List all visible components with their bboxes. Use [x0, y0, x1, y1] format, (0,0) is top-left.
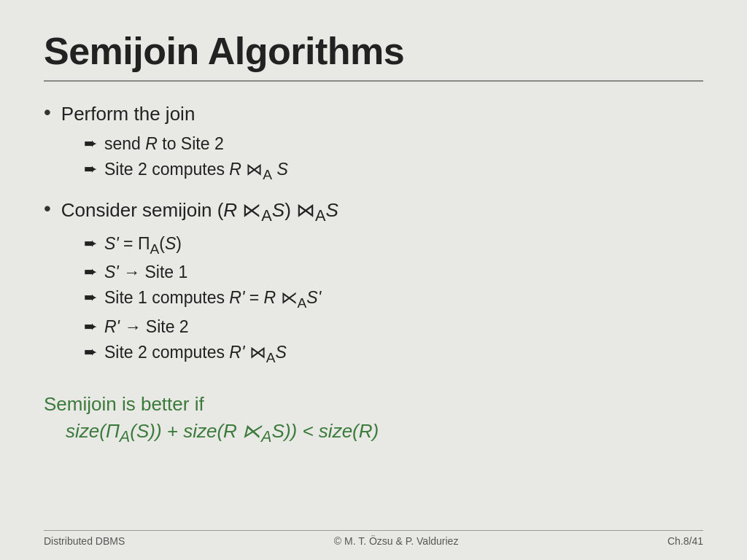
sub-item-2a: ➨ S' = ΠA(S): [84, 233, 703, 258]
footer-right: Ch.8/41: [667, 535, 703, 547]
sub-text-2d: R' → Site 2: [104, 316, 189, 338]
arrow-icon-1b: ➨: [84, 160, 97, 179]
footer-center: © M. T. Özsu & P. Valduriez: [334, 535, 459, 547]
sub-item-2c: ➨ Site 1 computes R' = R ⋉AS': [84, 287, 703, 312]
slide-footer: Distributed DBMS © M. T. Özsu & P. Valdu…: [44, 530, 703, 547]
slide-content: • Perform the join ➨ send R to Site 2 ➨ …: [44, 102, 703, 538]
sub-item-2d: ➨ R' → Site 2: [84, 316, 703, 338]
sub-text-1a: send R to Site 2: [104, 133, 224, 155]
sub-text-1b: Site 2 computes R ⋈A S: [104, 158, 288, 184]
bullet-dot-2: •: [44, 197, 51, 220]
sub-items-2: ➨ S' = ΠA(S) ➨ S' → Site 1 ➨ Site 1 comp…: [84, 233, 703, 368]
arrow-icon-2a: ➨: [84, 234, 97, 253]
arrow-icon-1a: ➨: [84, 134, 97, 153]
sub-text-2c: Site 1 computes R' = R ⋉AS': [104, 287, 321, 312]
bullet-item-2: • Consider semijoin (R ⋉AS) ⋈AS: [44, 198, 703, 226]
title-divider: [44, 80, 703, 82]
sub-text-2a: S' = ΠA(S): [104, 233, 182, 258]
sub-item-2b: ➨ S' → Site 1: [84, 261, 703, 284]
bullet-text-1: Perform the join: [61, 102, 196, 127]
arrow-icon-2d: ➨: [84, 317, 97, 336]
arrow-icon-2e: ➨: [84, 343, 97, 362]
bullet-section-1: • Perform the join ➨ send R to Site 2 ➨ …: [44, 102, 703, 190]
semijoin-better-label: Semijoin is better if: [44, 393, 703, 416]
bullet-item-1: • Perform the join: [44, 102, 703, 127]
sub-item-1b: ➨ Site 2 computes R ⋈A S: [84, 158, 703, 184]
sub-item-1a: ➨ send R to Site 2: [84, 133, 703, 155]
slide-title: Semijoin Algorithms: [44, 29, 703, 73]
slide-container: Semijoin Algorithms • Perform the join ➨…: [0, 0, 747, 560]
sub-items-1: ➨ send R to Site 2 ➨ Site 2 computes R ⋈…: [84, 133, 703, 184]
sub-text-2b: S' → Site 1: [104, 261, 187, 284]
bullet-text-2: Consider semijoin (R ⋉AS) ⋈AS: [61, 198, 338, 226]
size-formula: size(ΠA(S)) + size(R ⋉AS)) < size(R): [66, 420, 703, 446]
arrow-icon-2b: ➨: [84, 262, 97, 281]
sub-item-2e: ➨ Site 2 computes R' ⋈AS: [84, 341, 703, 367]
bullet-section-2: • Consider semijoin (R ⋉AS) ⋈AS ➨ S' = Π…: [44, 198, 703, 373]
bullet-dot-1: •: [44, 101, 51, 124]
arrow-icon-2c: ➨: [84, 288, 97, 307]
footer-left: Distributed DBMS: [44, 535, 125, 547]
sub-text-2e: Site 2 computes R' ⋈AS: [104, 341, 287, 367]
